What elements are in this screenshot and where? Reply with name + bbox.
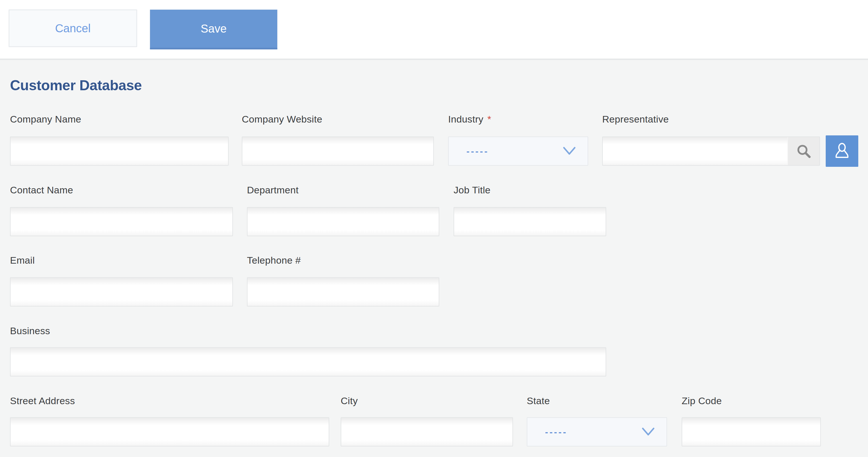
city-label: City: [341, 395, 358, 406]
street-address-label: Street Address: [10, 395, 75, 406]
save-button[interactable]: Save: [150, 9, 278, 50]
representative-search-button[interactable]: [787, 137, 819, 165]
zip-code-label: Zip Code: [682, 395, 722, 406]
company-name-input[interactable]: [10, 136, 229, 166]
industry-select[interactable]: -----: [448, 136, 588, 166]
industry-label: Industry*: [448, 114, 491, 125]
state-selected-value: -----: [545, 427, 567, 437]
toolbar: Cancel Save: [0, 0, 868, 60]
customer-database-page: Cancel Save Customer Database Company Na…: [0, 0, 868, 457]
email-input[interactable]: [10, 278, 233, 306]
representative-input[interactable]: [603, 137, 787, 165]
contact-name-input[interactable]: [10, 207, 233, 236]
cancel-button[interactable]: Cancel: [8, 9, 137, 47]
person-icon: [832, 141, 852, 161]
required-marker: *: [487, 114, 491, 125]
business-label: Business: [10, 325, 50, 336]
department-label: Department: [247, 185, 299, 196]
department-input[interactable]: [247, 207, 439, 236]
chevron-down-icon: [562, 146, 576, 156]
telephone-label: Telephone #: [247, 255, 301, 266]
contact-name-label: Contact Name: [10, 185, 73, 196]
telephone-input[interactable]: [247, 278, 439, 306]
state-select[interactable]: -----: [527, 417, 667, 447]
email-label: Email: [10, 255, 35, 266]
representative-lookup-group: [602, 136, 820, 166]
company-website-label: Company Website: [242, 114, 322, 125]
chevron-down-icon: [641, 427, 655, 437]
company-website-input[interactable]: [242, 136, 434, 166]
job-title-input[interactable]: [454, 207, 606, 236]
state-label: State: [527, 395, 550, 406]
job-title-label: Job Title: [454, 185, 491, 196]
city-input[interactable]: [341, 417, 513, 447]
zip-code-input[interactable]: [682, 417, 821, 447]
page-title: Customer Database: [10, 77, 142, 94]
representative-label: Representative: [602, 114, 669, 125]
industry-label-text: Industry: [448, 114, 483, 125]
company-name-label: Company Name: [10, 114, 81, 125]
industry-selected-value: -----: [466, 146, 489, 157]
search-icon: [796, 143, 812, 159]
add-representative-button[interactable]: [826, 135, 858, 167]
business-input[interactable]: [10, 347, 606, 377]
street-address-input[interactable]: [10, 417, 329, 447]
